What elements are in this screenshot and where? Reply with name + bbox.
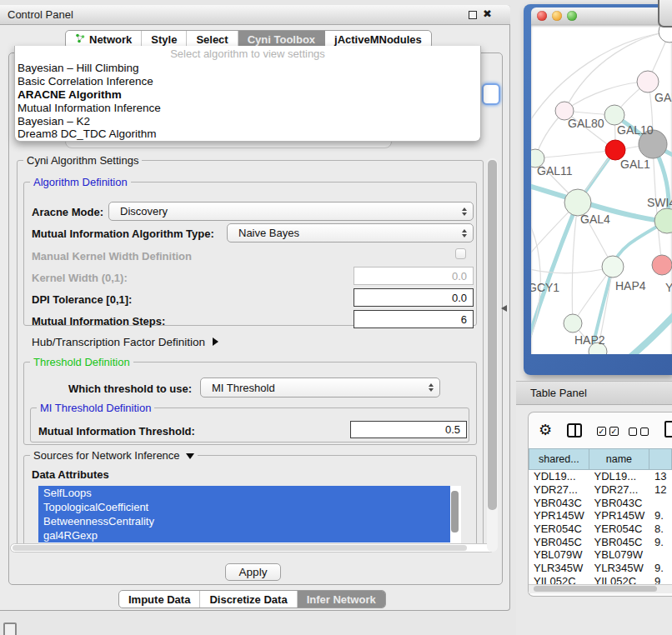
dpi-tolerance-input[interactable]: 0.0 <box>354 288 474 307</box>
list-scrollbar-thumb[interactable] <box>451 491 459 532</box>
select-all-icon[interactable]: ✓ <box>597 427 606 436</box>
table-cell: YBR045C <box>589 536 650 548</box>
which-threshold-select[interactable]: MI Threshold <box>200 378 440 398</box>
aracne-mode-select[interactable]: Discovery <box>108 202 474 221</box>
data-attributes-label: Data Attributes <box>32 468 109 481</box>
algorithm-option-basic-correlation-inference[interactable]: Basic Correlation Inference <box>15 75 480 88</box>
deselect-all-icon2[interactable] <box>640 428 649 436</box>
table-cell: YPR145W <box>529 509 589 522</box>
table-hscrollbar-thumb[interactable] <box>534 586 657 592</box>
close-traffic-light-icon[interactable] <box>537 11 547 21</box>
algorithm-option-bayesian-hill-climbing[interactable]: Bayesian – Hill Climbing <box>15 62 480 75</box>
table-row[interactable]: YBR043CYBR043C <box>529 496 672 509</box>
table-cell: YER054C <box>589 522 650 535</box>
settings-vscrollbar-thumb[interactable] <box>488 160 497 510</box>
table-panel-titlebar[interactable]: Table Panel <box>516 381 672 405</box>
minimize-traffic-light-icon[interactable] <box>552 11 562 21</box>
tab-label: Select <box>196 33 228 46</box>
deselect-all-icon[interactable] <box>629 428 637 436</box>
table-row[interactable]: YIL052CYIL052C9 <box>529 575 672 585</box>
which-threshold-label: Which threshold to use: <box>68 382 192 395</box>
tab-discretize-data[interactable]: Discretize Data <box>200 591 297 608</box>
network-node-y[interactable] <box>652 255 672 275</box>
close-icon[interactable]: ✖ <box>483 8 492 20</box>
column-header-shared[interactable]: shared... <box>529 448 589 470</box>
attribute-item-betweennesscentrality[interactable]: BetweennessCentrality <box>38 514 450 528</box>
mi-steps-label: Mutual Information Steps: <box>32 315 165 328</box>
tab-label: Discretize Data <box>209 593 287 606</box>
mi-type-select[interactable]: Naive Bayes <box>227 223 474 242</box>
network-node-gal10[interactable] <box>604 105 624 125</box>
table-row[interactable]: YDR27...YDR27...12 <box>529 483 672 497</box>
manual-kernel-checkbox[interactable] <box>455 248 466 259</box>
hub-definition-expander[interactable]: Hub/Transcription Factor Definition <box>32 336 218 348</box>
network-window-titlebar[interactable] <box>531 8 672 24</box>
table-row[interactable]: YBL079WYBL079W <box>529 548 672 562</box>
column-header-extra[interactable] <box>649 448 672 470</box>
node-label-hap2: HAP2 <box>574 333 605 347</box>
columns-icon[interactable] <box>567 423 582 438</box>
minimized-panel-icon[interactable] <box>3 622 17 635</box>
settings-hscrollbar-thumb[interactable] <box>13 545 467 551</box>
table-cell: YDR27... <box>589 483 650 496</box>
network-node-hap4[interactable] <box>602 256 624 278</box>
network-node-gal[interactable] <box>637 71 659 92</box>
table-row[interactable]: YBR045CYBR045C9. <box>529 535 672 548</box>
export-table-icon[interactable] <box>664 421 672 438</box>
algorithm-option-mutual-information-inference[interactable]: Mutual Information Inference <box>15 102 480 115</box>
table-cell: YDL19... <box>529 470 589 482</box>
table-cell: YBR043C <box>529 497 589 509</box>
tab-label: Cyni Toolbox <box>248 33 315 46</box>
network-icon <box>75 33 85 46</box>
hub-definition-label: Hub/Transcription Factor Definition <box>32 336 205 348</box>
mi-threshold-input[interactable]: 0.5 <box>350 421 467 438</box>
mi-steps-input[interactable]: 6 <box>354 310 474 328</box>
desktop: Control Panel ✖ NetworkStyleSelectCyni T… <box>0 0 672 635</box>
table-cell: YLR345W <box>589 562 650 574</box>
combo-arrows-icon <box>462 229 467 238</box>
network-edge <box>572 202 578 323</box>
table-row[interactable]: YDL19...YDL19...13 <box>529 470 672 483</box>
apply-button[interactable]: Apply <box>225 563 281 581</box>
algorithm-option-list: Bayesian – Hill ClimbingBasic Correlatio… <box>15 62 480 141</box>
table-row[interactable]: YPR145WYPR145W9. <box>529 509 672 522</box>
algorithm-option-dream8-dc-tdc-algorithm[interactable]: Dream8 DC_TDC Algorithm <box>15 128 480 141</box>
table-row[interactable]: YER054CYER054C8. <box>529 522 672 536</box>
select-all-icon2[interactable]: ✓ <box>609 427 619 436</box>
partial-window-fragment <box>658 0 672 28</box>
algorithm-dropdown-placeholder: Select algorithm to view settings <box>15 46 480 62</box>
network-node-hap2[interactable] <box>564 314 582 332</box>
float-window-icon[interactable] <box>469 11 477 19</box>
cyni-bottom-tabbar: Impute DataDiscretize DataInfer Network <box>118 590 386 608</box>
kernel-width-input[interactable]: 0.0 <box>354 267 474 285</box>
node-label-gcy1: GCY1 <box>531 281 559 294</box>
table-cell: 8. <box>649 522 672 535</box>
node-label-gal1: GAL1 <box>620 158 650 171</box>
control-panel-titlebar[interactable]: Control Panel <box>0 5 510 25</box>
cyni-algorithm-settings-title: Cyni Algorithm Settings <box>23 154 142 167</box>
divider-arrow-icon[interactable] <box>501 305 507 312</box>
tab-impute-data[interactable]: Impute Data <box>119 591 200 608</box>
table-cell: YBR043C <box>589 497 650 509</box>
data-attributes-list: SelfLoopsTopologicalCoefficientBetweenne… <box>38 486 461 543</box>
network-canvas[interactable]: GALGAL80GAL10GAL1GAL11GAL4SWI4GCY1HAP4YH… <box>531 24 672 354</box>
attribute-item-topologicalcoefficient[interactable]: TopologicalCoefficient <box>38 500 450 514</box>
table-row[interactable]: YLR345WYLR345W9. <box>529 562 672 575</box>
collapsed-arrow-icon[interactable] <box>213 338 218 346</box>
table-cell: 12 <box>649 483 672 496</box>
algorithm-option-aracne-algorithm[interactable]: ARACNE Algorithm <box>15 88 480 102</box>
tab-infer-network[interactable]: Infer Network <box>298 591 385 608</box>
combo-arrows-icon <box>429 383 434 392</box>
expanded-arrow-icon[interactable] <box>186 453 194 459</box>
attribute-item-selfloops[interactable]: SelfLoops <box>38 486 450 500</box>
mi-type-label: Mutual Information Algorithm Type: <box>32 228 214 240</box>
network-graph: GALGAL80GAL10GAL1GAL11GAL4SWI4GCY1HAP4YH… <box>531 24 672 354</box>
algorithm-option-bayesian-k2[interactable]: Bayesian – K2 <box>15 115 480 128</box>
zoom-traffic-light-icon[interactable] <box>567 11 577 21</box>
column-header-name[interactable]: name <box>589 448 650 470</box>
attribute-item-gal4rgexp[interactable]: gal4RGexp <box>38 528 450 542</box>
network-edge-strong <box>628 304 672 354</box>
table-cell: YBL079W <box>589 548 650 561</box>
mi-type-value: Naive Bayes <box>238 227 299 239</box>
gear-icon[interactable]: ⚙ <box>539 422 552 438</box>
